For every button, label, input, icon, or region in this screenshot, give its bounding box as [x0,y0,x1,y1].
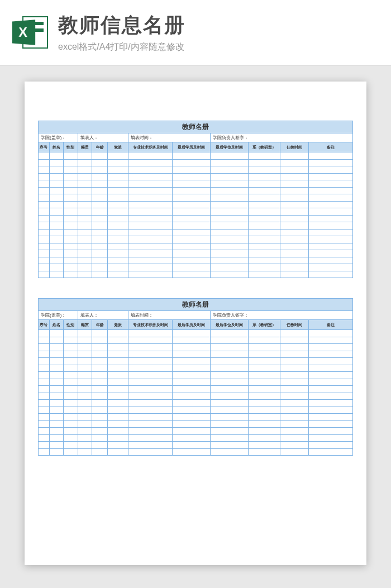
cell[interactable] [249,434,280,442]
cell[interactable] [78,414,92,421]
cell[interactable] [308,393,352,400]
cell[interactable] [39,159,50,166]
cell[interactable] [173,442,211,449]
cell[interactable] [39,337,50,344]
cell[interactable] [78,420,92,428]
cell[interactable] [92,264,108,271]
cell[interactable] [39,358,50,365]
cell[interactable] [39,414,50,421]
cell[interactable] [249,257,280,264]
cell[interactable] [211,428,249,435]
cell[interactable] [108,448,128,456]
cell[interactable] [49,271,63,278]
cell[interactable] [280,379,308,386]
cell[interactable] [49,407,63,414]
cell[interactable] [128,180,173,188]
cell[interactable] [249,166,280,174]
cell[interactable] [211,173,249,180]
cell[interactable] [108,414,128,421]
cell[interactable] [280,344,308,351]
cell[interactable] [211,379,249,386]
cell[interactable] [108,379,128,386]
cell[interactable] [49,351,63,358]
cell[interactable] [92,434,108,442]
cell[interactable] [49,187,63,194]
cell[interactable] [211,407,249,414]
cell[interactable] [128,428,173,435]
cell[interactable] [249,407,280,414]
cell[interactable] [128,243,173,250]
cell[interactable] [173,229,211,236]
cell[interactable] [249,180,280,188]
cell[interactable] [39,180,50,188]
cell[interactable] [64,152,78,160]
cell[interactable] [108,351,128,358]
cell[interactable] [249,393,280,400]
cell[interactable] [249,222,280,230]
cell[interactable] [173,243,211,250]
cell[interactable] [49,365,63,372]
cell[interactable] [211,434,249,442]
cell[interactable] [49,159,63,166]
cell[interactable] [128,222,173,230]
cell[interactable] [308,448,352,456]
cell[interactable] [78,400,92,407]
cell[interactable] [64,159,78,166]
cell[interactable] [49,330,63,337]
cell[interactable] [39,215,50,222]
cell[interactable] [39,442,50,449]
cell[interactable] [92,215,108,222]
cell[interactable] [173,379,211,386]
cell[interactable] [308,442,352,449]
cell[interactable] [249,229,280,236]
cell[interactable] [108,152,128,160]
cell[interactable] [92,358,108,365]
cell[interactable] [64,222,78,230]
cell[interactable] [108,386,128,393]
cell[interactable] [39,407,50,414]
cell[interactable] [92,351,108,358]
cell[interactable] [173,393,211,400]
cell[interactable] [49,180,63,188]
cell[interactable] [308,250,352,257]
cell[interactable] [211,442,249,449]
cell[interactable] [128,215,173,222]
cell[interactable] [64,208,78,216]
cell[interactable] [308,215,352,222]
cell[interactable] [78,407,92,414]
cell[interactable] [128,434,173,442]
cell[interactable] [280,442,308,449]
cell[interactable] [108,201,128,208]
cell[interactable] [108,365,128,372]
cell[interactable] [211,215,249,222]
cell[interactable] [128,372,173,379]
cell[interactable] [249,271,280,278]
cell[interactable] [78,201,92,208]
cell[interactable] [249,215,280,222]
cell[interactable] [280,152,308,160]
cell[interactable] [308,351,352,358]
cell[interactable] [39,271,50,278]
cell[interactable] [64,434,78,442]
cell[interactable] [211,448,249,456]
cell[interactable] [173,448,211,456]
cell[interactable] [128,414,173,421]
cell[interactable] [280,434,308,442]
cell[interactable] [49,243,63,250]
cell[interactable] [92,271,108,278]
cell[interactable] [280,393,308,400]
cell[interactable] [78,152,92,160]
cell[interactable] [128,386,173,393]
cell[interactable] [308,379,352,386]
cell[interactable] [249,201,280,208]
cell[interactable] [308,337,352,344]
cell[interactable] [39,372,50,379]
cell[interactable] [49,442,63,449]
cell[interactable] [39,257,50,264]
cell[interactable] [64,166,78,174]
cell[interactable] [64,448,78,456]
cell[interactable] [211,180,249,188]
cell[interactable] [173,330,211,337]
cell[interactable] [173,386,211,393]
cell[interactable] [92,337,108,344]
